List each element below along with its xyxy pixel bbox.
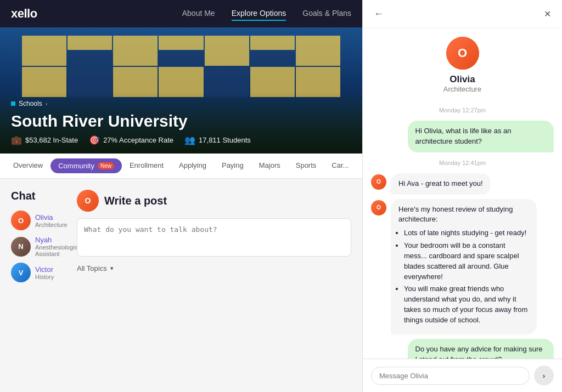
chevron-down-icon: ▾ <box>110 265 114 272</box>
content-grid: Chat O Olivia Architecture N Nyah Anest <box>11 190 351 282</box>
topics-dropdown[interactable]: All Topics ▾ <box>77 264 351 272</box>
user-info-olivia: Olivia Architecture <box>35 213 68 228</box>
chat-header: ← ✕ <box>363 0 562 29</box>
tab-community[interactable]: Community New <box>50 158 122 173</box>
chat-user-olivia[interactable]: O Olivia Architecture <box>11 211 66 230</box>
message-sent-2: Do you have any advice for making sure I… <box>371 339 554 359</box>
post-input[interactable] <box>77 218 351 257</box>
message-received-1: O Hi Ava - great to meet you! <box>371 173 554 195</box>
school-name: South River University <box>11 112 351 130</box>
breadcrumb: Schools › <box>11 100 351 107</box>
post-section: O Write a post All Topics ▾ <box>77 190 351 282</box>
chat-user-nyah[interactable]: N Nyah Anesthesiologist Assistant <box>11 236 66 257</box>
tab-sports[interactable]: Sports <box>288 155 324 177</box>
chat-profile: O Olivia Architecture <box>363 29 562 99</box>
tab-majors[interactable]: Majors <box>251 155 288 177</box>
hero-overlay: Schools › South River University 💼 $53,6… <box>0 92 362 154</box>
breadcrumb-arrow: › <box>46 100 48 107</box>
tab-applying[interactable]: Applying <box>171 155 214 177</box>
avatar-nyah: N <box>11 237 31 257</box>
profile-role: Architecture <box>374 85 551 93</box>
tab-overview[interactable]: Overview <box>5 155 50 177</box>
user-info-nyah: Nyah Anesthesiologist Assistant <box>35 236 79 257</box>
nav-explore-options[interactable]: Explore Options <box>232 7 286 21</box>
back-button[interactable]: ← <box>374 8 384 20</box>
message-input[interactable] <box>371 367 530 385</box>
user-info-victor: Victor History <box>35 265 54 280</box>
received-avatar-1: O <box>371 174 386 190</box>
bullet-list: Lots of late nights studying - get ready… <box>404 228 529 326</box>
message-sent-1: Hi Olivia, what is life like as an archi… <box>371 121 554 152</box>
sent-bubble-2: Do you have any advice for making sure I… <box>408 339 554 359</box>
received-bubble-2: Here's my honest review of studying arch… <box>391 199 537 334</box>
received-avatar-2: O <box>371 200 386 215</box>
breadcrumb-label: Schools <box>19 100 42 107</box>
chat-section: Chat O Olivia Architecture N Nyah Anest <box>11 190 66 282</box>
avatar-victor: V <box>11 263 31 282</box>
received-bubble-1: Hi Ava - great to meet you! <box>391 173 491 195</box>
timestamp-2: Monday 12:41pm <box>371 160 554 166</box>
hero-section: Schools › South River University 💼 $53,6… <box>0 27 362 154</box>
post-header: O Write a post <box>77 190 351 212</box>
stat-tuition: 💼 $53,682 In-State <box>11 135 78 145</box>
bullet-1: Lots of late nights studying - get ready… <box>404 228 529 238</box>
chat-user-victor[interactable]: V Victor History <box>11 263 66 282</box>
close-button[interactable]: ✕ <box>544 9 551 19</box>
sent-bubble-1: Hi Olivia, what is life like as an archi… <box>408 121 554 152</box>
stat-acceptance: 🎯 27% Acceptance Rate <box>89 135 173 145</box>
tab-paying[interactable]: Paying <box>214 155 251 177</box>
avatar-olivia: O <box>11 211 31 230</box>
breadcrumb-dot <box>11 101 15 106</box>
post-avatar: O <box>77 190 99 212</box>
left-panel: xello About Me Explore Options Goals & P… <box>0 0 362 392</box>
target-icon: 🎯 <box>89 135 100 145</box>
app-logo: xello <box>11 7 37 21</box>
complex-intro: Here's my honest review of studying arch… <box>398 204 529 225</box>
nav-goals-plans[interactable]: Goals & Plans <box>302 7 351 21</box>
message-input-row: › <box>363 359 562 392</box>
bullet-2: Your bedroom will be a constant mess... … <box>404 241 529 282</box>
bullet-3: You will make great friends who understa… <box>404 284 529 325</box>
timestamp-1: Monday 12:27pm <box>371 107 554 113</box>
community-badge: New <box>98 162 114 169</box>
chat-users-list: O Olivia Architecture N Nyah Anesthesiol… <box>11 211 66 282</box>
chat-panel: ← ✕ O Olivia Architecture Monday 12:27pm… <box>362 0 562 392</box>
profile-name: Olivia <box>374 74 551 85</box>
post-title: Write a post <box>104 195 167 207</box>
tab-enrollment[interactable]: Enrollment <box>122 155 171 177</box>
nav-about-me[interactable]: About Me <box>182 7 215 21</box>
topics-label: All Topics <box>77 264 107 272</box>
main-content: Chat O Olivia Architecture N Nyah Anest <box>0 179 362 392</box>
people-icon: 👥 <box>184 135 195 145</box>
profile-avatar: O <box>446 37 479 70</box>
tabs-bar: Overview Community New Enrollment Applyi… <box>0 154 362 179</box>
wallet-icon: 💼 <box>11 135 22 145</box>
messages-area: Monday 12:27pm Hi Olivia, what is life l… <box>363 99 562 359</box>
tab-more[interactable]: Car... <box>324 155 356 177</box>
message-received-2: O Here's my honest review of studying ar… <box>371 199 554 334</box>
top-nav: xello About Me Explore Options Goals & P… <box>0 0 362 27</box>
nav-links: About Me Explore Options Goals & Plans <box>182 7 351 21</box>
send-button[interactable]: › <box>534 366 554 385</box>
chat-section-title: Chat <box>11 190 66 202</box>
stat-students: 👥 17,811 Students <box>184 135 251 145</box>
school-stats: 💼 $53,682 In-State 🎯 27% Acceptance Rate… <box>11 135 351 145</box>
